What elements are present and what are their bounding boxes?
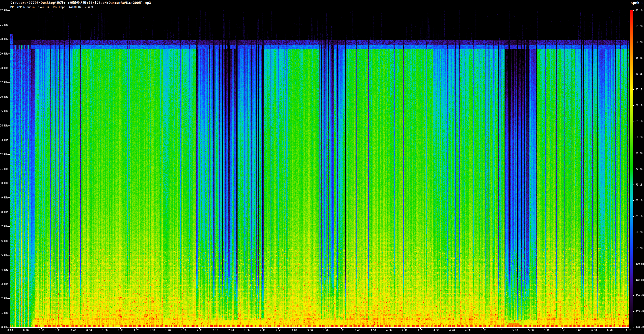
freq-tick [8,97,10,97]
db-tick [632,153,634,153]
freq-tick-label: 14 kHz [0,124,8,127]
freq-tick-label: 1 kHz [0,312,8,314]
freq-tick-label: 4 kHz [0,268,8,271]
freq-tick-label: 10 kHz [0,182,8,184]
time-tick-label: 0:50 [82,329,96,332]
freq-tick-label: 13 kHz [0,139,8,142]
time-tick-label: 4:30 [430,329,443,332]
freq-tick [8,169,10,169]
app-version: 0.8 [642,1,644,5]
time-tick-label: 1:40 [161,329,174,332]
db-tick [632,248,634,248]
time-tick-label: 2:10 [208,329,222,332]
time-tick-label: 0:30 [51,329,64,332]
db-tick-label: -45 dB [634,88,642,91]
db-tick [632,232,634,232]
freq-tick [8,298,10,298]
time-tick-label: 4:00 [382,329,396,332]
freq-tick [8,39,10,40]
freq-tick [8,154,10,155]
time-tick-label: 3:00 [288,329,301,332]
time-tick-label: 1:30 [146,329,159,332]
freq-tick [8,68,10,68]
db-tick-label: -80 dB [634,199,642,202]
freq-tick-label: 19 kHz [0,52,8,55]
time-tick-label: 1:00 [98,329,112,332]
db-tick-label: -100 dB [634,262,644,265]
db-tick [632,184,634,185]
freq-tick [8,327,10,328]
time-tick-label: 5:30 [524,329,538,332]
time-tick-label: 0:40 [66,329,80,332]
freq-tick-label: 21 kHz [0,24,8,26]
time-tick-label: 0:20 [35,329,48,332]
time-tick-label: 5:10 [492,329,506,332]
freq-tick-label: 17 kHz [0,81,8,84]
time-tick-label: 3:30 [335,329,348,332]
freq-tick-label: 7 kHz [0,225,8,228]
db-tick [632,42,634,42]
time-tick-label: 5:40 [540,329,554,332]
time-tick-label: 6:00 [572,329,585,332]
spectrogram-spikes-canvas [10,10,629,51]
db-tick-label: -65 dB [634,152,642,154]
time-tick-label: 6:20 [603,329,616,332]
time-tick-label: 3:20 [319,329,332,332]
db-tick [632,200,634,201]
time-tick-label: 2:20 [224,329,238,332]
time-tick-label: 0:00 [3,329,17,332]
freq-tick [8,226,10,227]
db-tick-label: -115 dB [634,310,644,313]
freq-tick [8,111,10,112]
time-tick-label: 5:20 [508,329,522,332]
time-tick-label: 4:50 [461,329,474,332]
freq-tick [8,126,10,126]
db-tick [632,10,634,10]
db-tick [632,327,634,328]
time-tick-label: 4:10 [398,329,412,332]
freq-tick [8,255,10,256]
time-tick-label: 5:00 [477,329,490,332]
db-tick [632,58,634,58]
freq-tick-label: 8 kHz [0,211,8,214]
freq-tick-label: 16 kHz [0,96,8,98]
db-tick [632,216,634,216]
freq-tick [8,54,10,54]
db-tick-label: -40 dB [634,72,642,75]
db-tick-label: -55 dB [634,120,642,123]
freq-tick-label: 22 kHz [0,9,8,12]
db-tick-label: -35 dB [634,56,642,59]
db-tick [632,296,634,296]
db-tick-label: -30 dB [634,41,642,44]
freq-tick [8,313,10,313]
time-tick-label: 1:20 [130,329,143,332]
freq-tick [8,140,10,140]
time-tick-label: 2:00 [193,329,206,332]
db-tick [632,121,634,122]
time-tick-label: 1:10 [114,329,127,332]
freq-tick [8,284,10,284]
db-colorbar [630,10,632,327]
time-tick-label: 3:10 [303,329,317,332]
time-tick-label: 2:50 [272,329,285,332]
freq-tick-label: 0 kHz [0,326,8,329]
spectrogram-canvas [10,10,629,327]
db-tick [632,90,634,90]
db-tick [632,137,634,138]
db-tick-label: -85 dB [634,215,642,218]
time-tick-label: 4:20 [414,329,427,332]
time-tick-label: 4:40 [445,329,459,332]
time-tick-label: 0:10 [19,329,32,332]
db-tick [632,280,634,280]
db-tick-label: -120 dB [634,326,644,329]
time-tick-label: 2:40 [256,329,269,332]
time-tick-label: 1:50 [177,329,190,332]
db-tick-label: -50 dB [634,104,642,107]
freq-tick-label: 6 kHz [0,240,8,242]
db-tick [632,105,634,106]
freq-tick-label: 11 kHz [0,168,8,170]
app-name: spek [630,1,640,5]
freq-tick-label: 18 kHz [0,66,8,69]
db-tick-label: -90 dB [634,231,642,234]
db-tick-label: -105 dB [634,278,644,281]
